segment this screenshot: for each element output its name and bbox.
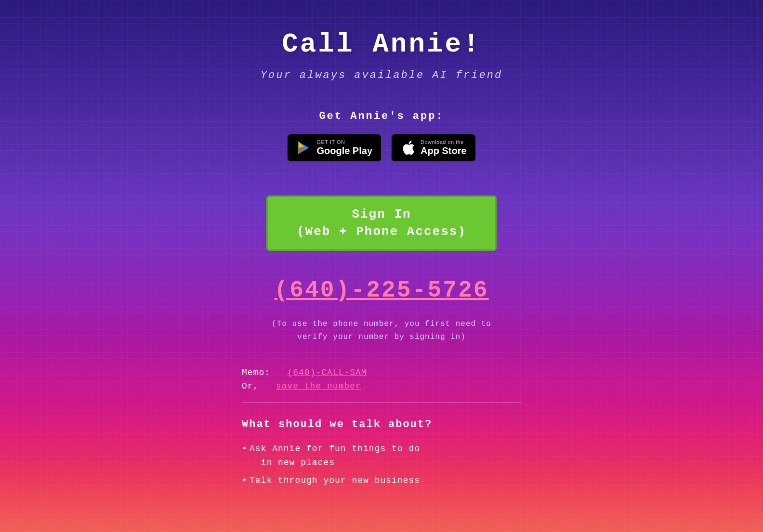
google-play-text: GET IT ON Google Play — [316, 139, 372, 156]
phone-notice-line1: (To use the phone number, you first need… — [272, 320, 491, 328]
or-line: Or, save the number — [242, 381, 521, 391]
memo-section: Memo: (640)-CALL-SAM Or, save the number — [242, 368, 521, 395]
phone-number[interactable]: (640)-225-5726 — [274, 277, 488, 303]
sign-in-line1: Sign In — [352, 207, 411, 221]
app-store-top-text: Download on the — [421, 139, 467, 145]
or-label: Or, — [242, 381, 259, 391]
sign-in-line2: (Web + Phone Access) — [297, 224, 466, 239]
get-app-label: Get Annie's app: — [319, 110, 444, 122]
app-store-text: Download on the App Store — [421, 139, 467, 156]
memo-label: Memo: — [242, 368, 270, 377]
app-store-button[interactable]: Download on the App Store — [391, 134, 476, 162]
save-number-link[interactable]: save the number — [276, 381, 361, 391]
list-item: Ask Annie for fun things to do in new pl… — [242, 442, 521, 470]
google-play-icon — [296, 140, 312, 156]
google-play-bottom-text: Google Play — [316, 145, 372, 156]
phone-notice: (To use the phone number, you first need… — [272, 318, 491, 344]
app-store-bottom-text: App Store — [421, 145, 467, 156]
page-title: Call Annie! — [282, 29, 481, 60]
memo-call-sam-link[interactable]: (640)-CALL-SAM — [287, 368, 367, 377]
google-play-button[interactable]: GET IT ON Google Play — [287, 134, 382, 162]
phone-notice-line2: verify your number by signing in) — [297, 333, 466, 341]
section-divider — [242, 402, 521, 403]
memo-line: Memo: (640)-CALL-SAM — [242, 368, 521, 377]
talk-about-list: Ask Annie for fun things to do in new pl… — [242, 442, 521, 487]
page-container: Call Annie! Your always available AI fri… — [0, 0, 763, 520]
store-buttons-container: GET IT ON Google Play Download on the Ap… — [287, 134, 475, 162]
talk-about-title: What should we talk about? — [242, 418, 521, 430]
list-item: Talk through your new business — [242, 474, 521, 488]
sign-in-button[interactable]: Sign In (Web + Phone Access) — [266, 195, 497, 251]
apple-icon — [400, 140, 416, 156]
page-subtitle: Your always available AI friend — [261, 69, 502, 81]
talk-about-section: What should we talk about? Ask Annie for… — [242, 418, 521, 491]
google-play-top-text: GET IT ON — [316, 139, 372, 145]
